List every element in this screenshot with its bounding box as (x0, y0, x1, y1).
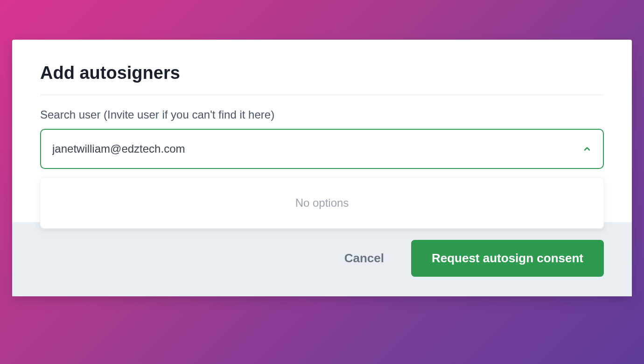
chevron-up-icon[interactable] (582, 144, 592, 154)
search-dropdown-panel: No options (40, 177, 604, 229)
search-user-input[interactable] (52, 130, 582, 168)
modal-header: Add autosigners (12, 40, 632, 95)
cancel-button[interactable]: Cancel (344, 251, 384, 266)
no-options-text: No options (50, 196, 594, 210)
modal-title: Add autosigners (40, 63, 604, 83)
search-user-label: Search user (Invite user if you can't fi… (40, 108, 604, 121)
request-autosign-consent-button[interactable]: Request autosign consent (411, 240, 604, 277)
add-autosigners-modal: Add autosigners Search user (Invite user… (12, 40, 632, 296)
modal-body: Search user (Invite user if you can't fi… (12, 108, 632, 187)
search-user-combobox[interactable] (40, 129, 604, 169)
divider (40, 95, 604, 95)
modal-footer: Cancel Request autosign consent (12, 222, 632, 296)
